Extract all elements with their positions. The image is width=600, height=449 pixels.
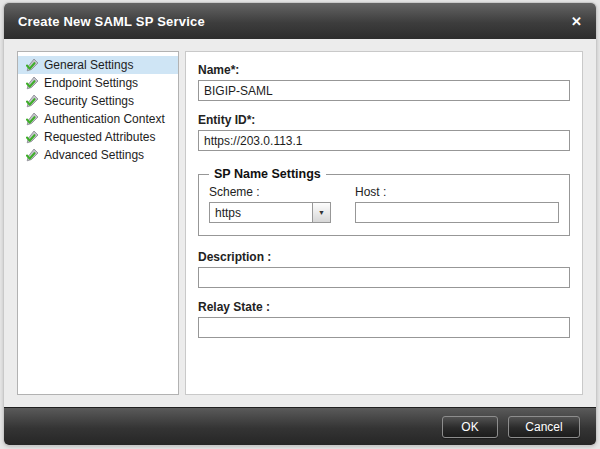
- name-input[interactable]: [198, 80, 570, 101]
- entity-id-label: Entity ID*:: [198, 113, 570, 127]
- name-label: Name*:: [198, 63, 570, 77]
- sidebar-item-label: General Settings: [44, 58, 133, 72]
- settings-check-icon: [25, 112, 39, 126]
- sp-name-settings-row: Scheme : https ▼ Host :: [209, 185, 559, 223]
- settings-check-icon: [25, 58, 39, 72]
- settings-check-icon: [25, 130, 39, 144]
- sidebar-item-label: Requested Attributes: [44, 130, 155, 144]
- dialog-content: General Settings Endpoint Settings Secur…: [4, 39, 596, 407]
- sidebar-item-security-settings[interactable]: Security Settings: [18, 92, 178, 110]
- chevron-down-icon: ▼: [312, 203, 330, 222]
- sidebar-item-label: Security Settings: [44, 94, 134, 108]
- sidebar-item-advanced-settings[interactable]: Advanced Settings: [18, 146, 178, 164]
- cancel-button[interactable]: Cancel: [508, 416, 580, 438]
- entity-id-input[interactable]: [198, 130, 570, 151]
- description-field-group: Description :: [198, 250, 570, 288]
- description-label: Description :: [198, 250, 570, 264]
- sp-name-settings-group: SP Name Settings Scheme : https ▼ Host :: [198, 167, 570, 236]
- dialog-title: Create New SAML SP Service: [18, 14, 205, 29]
- description-input[interactable]: [198, 267, 570, 288]
- close-icon[interactable]: ✕: [571, 15, 582, 28]
- sidebar-item-label: Authentication Context: [44, 112, 165, 126]
- settings-check-icon: [25, 148, 39, 162]
- general-settings-panel: Name*: Entity ID*: SP Name Settings Sche…: [185, 51, 583, 395]
- sp-name-settings-legend: SP Name Settings: [209, 167, 326, 181]
- scheme-label: Scheme :: [209, 185, 331, 199]
- host-input[interactable]: [355, 202, 559, 223]
- footer-bar: OK Cancel: [4, 407, 596, 445]
- relay-state-label: Relay State :: [198, 300, 570, 314]
- entity-id-field-group: Entity ID*:: [198, 113, 570, 151]
- scheme-select[interactable]: https ▼: [209, 202, 331, 223]
- settings-sidebar: General Settings Endpoint Settings Secur…: [17, 51, 179, 395]
- host-field-group: Host :: [355, 185, 559, 223]
- settings-check-icon: [25, 94, 39, 108]
- sidebar-item-general-settings[interactable]: General Settings: [18, 56, 178, 74]
- scheme-field-group: Scheme : https ▼: [209, 185, 331, 223]
- settings-check-icon: [25, 76, 39, 90]
- sidebar-item-label: Endpoint Settings: [44, 76, 138, 90]
- relay-state-input[interactable]: [198, 317, 570, 338]
- relay-state-field-group: Relay State :: [198, 300, 570, 338]
- host-label: Host :: [355, 185, 559, 199]
- sidebar-item-label: Advanced Settings: [44, 148, 144, 162]
- sidebar-item-requested-attributes[interactable]: Requested Attributes: [18, 128, 178, 146]
- ok-button[interactable]: OK: [442, 416, 498, 438]
- create-saml-sp-dialog: Create New SAML SP Service ✕ General Set…: [4, 3, 596, 445]
- scheme-selected-value: https: [210, 203, 312, 222]
- name-field-group: Name*:: [198, 63, 570, 101]
- dialog-titlebar: Create New SAML SP Service ✕: [4, 3, 596, 39]
- sidebar-item-endpoint-settings[interactable]: Endpoint Settings: [18, 74, 178, 92]
- sidebar-item-authentication-context[interactable]: Authentication Context: [18, 110, 178, 128]
